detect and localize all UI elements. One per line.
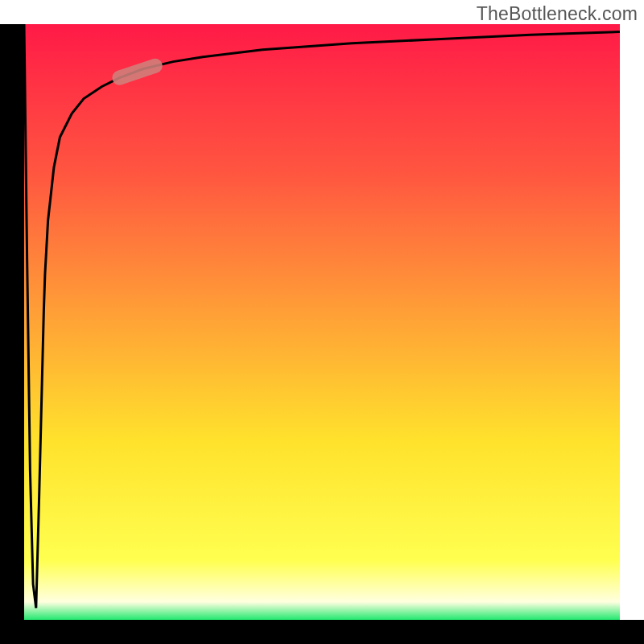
watermark-text: TheBottleneck.com [477,3,638,25]
highlight-marker [119,66,155,78]
bottleneck-curve [24,24,620,608]
chart-svg [24,24,620,620]
y-axis [0,24,24,620]
x-axis [0,620,644,644]
chart-frame: TheBottleneck.com [0,0,644,644]
